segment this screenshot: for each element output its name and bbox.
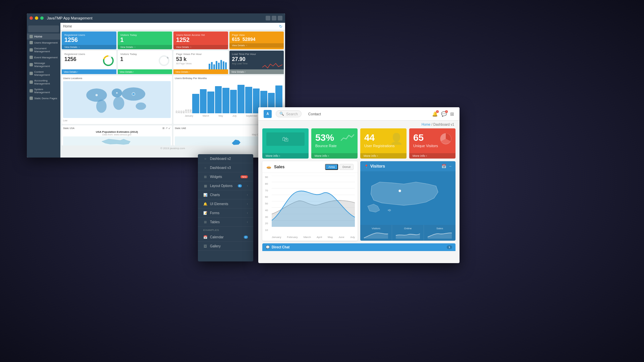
gallery-icon: 🖼	[203, 244, 207, 248]
stat-footer-bounce[interactable]: More info ›	[311, 153, 358, 159]
search-icon: 🔍	[279, 112, 284, 116]
win3-search-box[interactable]: 🔍 Search	[276, 110, 302, 117]
win3-stats-row: 🛍 More info › 53% Bounce Rate More info …	[258, 128, 460, 161]
win1-body: Home Users Management Document Managemen…	[27, 23, 285, 158]
menu-label-widgets: Widgets	[210, 175, 222, 179]
charts-arrow-icon: ‹	[247, 193, 248, 196]
win1-ctrl3[interactable]	[278, 16, 282, 20]
sales-chart-tabs: Area Donut	[325, 164, 354, 170]
y-axis: 90 80 70 60 50 40 30 20 10	[265, 176, 268, 232]
stat-view-details-4[interactable]: View Details ›	[229, 43, 284, 48]
stat-card-unique-visitors: 65 Unique Visitors More info ›	[409, 128, 455, 159]
sidebar-item-accounting[interactable]: Accounting Management	[27, 78, 60, 86]
menu-item-calendar[interactable]: 📅 Calendar 2	[198, 233, 253, 242]
sidebar-item-home[interactable]: Home	[27, 34, 60, 40]
sidebar-item-events[interactable]: Event Management	[27, 54, 60, 60]
area-chart: 90 80 70 60 50 40 30 20 10	[262, 173, 358, 240]
menu-item-dashboard-v2[interactable]: ○ Dashboard v2	[198, 154, 253, 163]
user-icon: 👤	[390, 132, 403, 145]
menu-item-dashboard-v3[interactable]: ○ Dashboard v3	[198, 163, 253, 172]
chart-users-locations: Users Locations	[62, 75, 172, 124]
forms-arrow-icon: ‹	[247, 212, 248, 215]
stat2-footer-2[interactable]: View Details ›	[118, 69, 172, 74]
search-placeholder: Search	[286, 112, 298, 116]
sidebar-item-demo[interactable]: Static Demo Pages	[27, 95, 60, 101]
menu-item-tables[interactable]: ⊞ Tables ‹	[198, 218, 253, 227]
win3-logo: A	[264, 110, 272, 118]
donut-chart-visitors	[158, 55, 170, 67]
win3-header-icons: 🔔 3 💬 5 ⊞	[432, 111, 454, 117]
tab-area[interactable]: Area	[325, 164, 338, 170]
visitors-card-header: 📍 Visitors 📅 −	[360, 161, 455, 171]
sidebar-item-users[interactable]: Users Management	[27, 40, 60, 46]
contact-link[interactable]: Contact	[308, 112, 321, 116]
stat-card-bounce-rate: 53% Bounce Rate More info ›	[311, 128, 358, 159]
sidebar-item-system[interactable]: System Management	[27, 86, 60, 95]
menu-item-layout-options[interactable]: ▦ Layout Options 6 ‹	[198, 181, 253, 190]
static-usa-map: Static USA ⊞ ↗ ↙ USA Population Estimate…	[62, 125, 172, 145]
area-chart-svg	[272, 176, 355, 227]
menu-item-charts[interactable]: 📊 Charts ‹	[198, 190, 253, 199]
svg-point-12	[116, 92, 117, 94]
win1-footer: © 2019 javatmp.com	[60, 145, 285, 151]
svg-point-11	[96, 94, 98, 97]
menu-item-forms[interactable]: 📝 Forms ‹	[198, 208, 253, 218]
svg-point-10	[136, 103, 146, 110]
donut-chart-registered	[102, 55, 114, 67]
chart-icon: 📊	[203, 193, 207, 197]
stat-view-details-3[interactable]: View Details ›	[173, 45, 228, 49]
win1-sidebar: Home Users Management Document Managemen…	[27, 23, 60, 158]
win1-ctrl2[interactable]	[272, 16, 276, 20]
menu-item-gallery[interactable]: 🖼 Gallery	[198, 242, 253, 251]
stat2-load-time: Load Time Per Hour 27.90 Avg Load Time V…	[229, 51, 284, 74]
menu-item-ui-elements[interactable]: 🔔 UI Elements ‹	[198, 199, 253, 208]
stat-footer-user-reg[interactable]: More info ›	[360, 153, 407, 159]
layout-icon: ▦	[203, 184, 207, 188]
stat-visitors-today: Visitors Today 1 View Details ›	[118, 32, 172, 49]
stat2-footer-1[interactable]: View Details ›	[62, 69, 116, 74]
breadcrumb-home-link[interactable]: Home	[422, 123, 431, 126]
win1-search-bar[interactable]	[28, 25, 59, 32]
calendar-icon-visitors[interactable]: 📅	[441, 164, 446, 169]
sidebar-item-documents[interactable]: Document Management	[27, 46, 60, 54]
chat-badge: 1	[447, 245, 452, 249]
stat2-footer-3[interactable]: View Details ›	[173, 69, 228, 74]
win1-main-content: Home ↻ Registered Users 1256 View Detail…	[60, 23, 285, 158]
bar-chart-page-views	[209, 60, 227, 69]
messages-icon[interactable]: 💬 5	[441, 111, 447, 117]
form-icon: 📝	[203, 211, 207, 215]
apps-icon[interactable]: ⊞	[450, 111, 454, 117]
sidebar-item-messages[interactable]: Message Management	[27, 60, 60, 69]
win1-ctrl1[interactable]	[266, 16, 270, 20]
close-button[interactable]	[30, 16, 33, 20]
stat-footer-unique[interactable]: More info ›	[409, 153, 455, 159]
menu-label-forms: Forms	[210, 211, 219, 215]
sidebar-item-content[interactable]: Content Management	[27, 69, 60, 78]
notification-icon[interactable]: 🔔 3	[432, 111, 438, 117]
tab-donut[interactable]: Donut	[339, 164, 354, 170]
menu-label-layout-options: Layout Options	[210, 184, 232, 188]
win1-title: JavaTMP App Management	[47, 16, 93, 20]
demo-icon	[30, 97, 33, 100]
stat-footer-1[interactable]: More info ›	[262, 153, 309, 159]
stat-view-details-2[interactable]: View Details ›	[118, 45, 172, 49]
win1-refresh-button[interactable]: ↻	[279, 24, 282, 29]
users-icon	[30, 41, 33, 44]
maximize-button[interactable]	[40, 16, 44, 20]
location-icon: 📍	[364, 165, 368, 168]
visitors-footer-visitors: Visitors	[360, 225, 392, 241]
stat2-footer-4[interactable]: View Details ›	[229, 69, 284, 74]
calendar-icon: 📅	[203, 235, 207, 239]
visitors-title: Visitors	[370, 164, 385, 169]
minimize-visitors-icon[interactable]: −	[449, 164, 451, 169]
sales-chart-card: 🥧 Sales Area Donut 90 80 70 60 50 40 30 …	[262, 161, 358, 241]
visitors-footer: Visitors Online	[360, 225, 455, 241]
stat-card-bounce-rate-area: 🛍 More info ›	[262, 128, 309, 159]
messages-badge: 5	[445, 110, 448, 113]
stat2-page-views: Page Views Per Hour 53 k All Page Views	[173, 51, 228, 74]
menu-label-dashboard-v3: Dashboard v3	[210, 166, 231, 170]
stat-view-details-1[interactable]: View Details ›	[62, 45, 116, 49]
minimize-button[interactable]	[35, 16, 38, 20]
menu-item-widgets[interactable]: ⊞ Widgets New	[198, 172, 253, 181]
notification-badge: 3	[436, 110, 439, 113]
